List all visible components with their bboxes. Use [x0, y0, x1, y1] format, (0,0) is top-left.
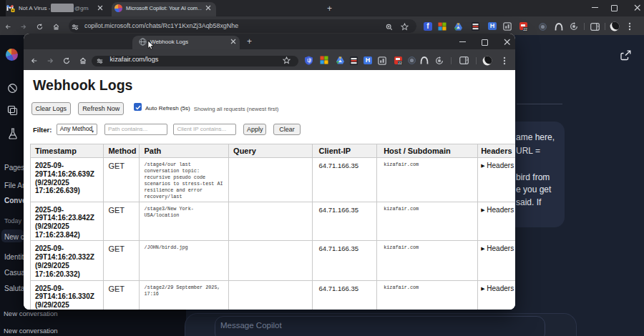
svg-text:U: U — [307, 58, 311, 63]
